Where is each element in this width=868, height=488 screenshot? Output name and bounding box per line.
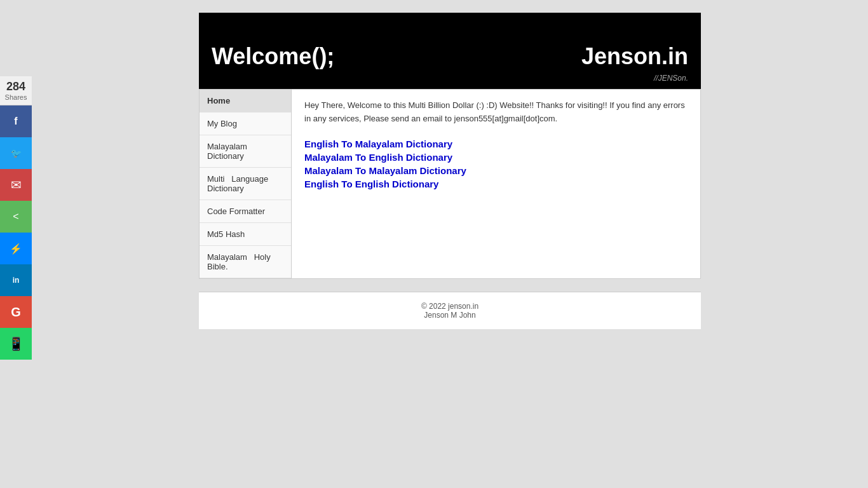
content-area: Home My Blog Malayalam Dictionary Multi …	[199, 89, 701, 279]
twitter-icon: 🐦	[11, 148, 22, 158]
facebook-icon: f	[14, 116, 17, 127]
dict-links: English To Malayalam Dictionary Malayala…	[304, 139, 688, 189]
nav-item-md5-hash[interactable]: Md5 Hash	[200, 223, 291, 246]
linkedin-button[interactable]: in	[0, 264, 32, 296]
share-count-block: 284 Shares	[0, 76, 32, 105]
main-content: Hey There, Welcome to this Multi Billion…	[292, 90, 700, 278]
eng-to-eng-link[interactable]: English To English Dictionary	[304, 179, 438, 189]
google-icon: G	[11, 305, 21, 320]
footer-copyright: © 2022 jenson.in	[208, 302, 691, 311]
list-item: Malayalam To English Dictionary	[304, 152, 688, 163]
site-title: Welcome();	[212, 43, 334, 70]
list-item: English To English Dictionary	[304, 179, 688, 189]
twitter-button[interactable]: 🐦	[0, 137, 32, 169]
share-button[interactable]: <	[0, 201, 32, 233]
email-icon: ✉	[11, 177, 22, 193]
footer-author: Jenson M John	[208, 311, 691, 320]
site-name: Jenson.in	[581, 43, 688, 70]
share-icon: <	[13, 211, 18, 222]
share-number: 284	[3, 80, 29, 93]
email-button[interactable]: ✉	[0, 169, 32, 201]
nav-item-holy-bible[interactable]: Malayalam Holy Bible.	[200, 246, 291, 278]
linkedin-icon: in	[13, 276, 20, 285]
google-button[interactable]: G	[0, 296, 32, 328]
social-sidebar: 284 Shares f 🐦 ✉ < ⚡ in G 📱	[0, 76, 32, 360]
nav-item-multi-lang-dict[interactable]: Multi Language Dictionary	[200, 168, 291, 200]
messenger-icon: ⚡	[10, 243, 22, 255]
site-footer: © 2022 jenson.in Jenson M John	[199, 292, 701, 329]
whatsapp-icon: 📱	[8, 336, 24, 351]
facebook-button[interactable]: f	[0, 105, 32, 137]
nav-item-blog[interactable]: My Blog	[200, 112, 291, 135]
list-item: English To Malayalam Dictionary	[304, 139, 688, 149]
shares-label: Shares	[3, 93, 29, 101]
site-tagline: //JENSon.	[654, 74, 688, 83]
messenger-button[interactable]: ⚡	[0, 233, 32, 264]
mal-to-eng-link[interactable]: Malayalam To English Dictionary	[304, 152, 452, 163]
eng-to-mal-link[interactable]: English To Malayalam Dictionary	[304, 139, 452, 149]
site-header: Welcome(); Jenson.in //JENSon.	[199, 13, 701, 89]
list-item: Malayalam To Malayalam Dictionary	[304, 165, 688, 176]
nav-sidebar: Home My Blog Malayalam Dictionary Multi …	[200, 90, 292, 278]
mal-to-mal-link[interactable]: Malayalam To Malayalam Dictionary	[304, 165, 466, 176]
nav-item-home[interactable]: Home	[200, 90, 291, 112]
nav-item-code-formatter[interactable]: Code Formatter	[200, 200, 291, 223]
nav-item-malayalam-dict[interactable]: Malayalam Dictionary	[200, 135, 291, 168]
whatsapp-button[interactable]: 📱	[0, 328, 32, 360]
welcome-text: Hey There, Welcome to this Multi Billion…	[304, 99, 688, 126]
